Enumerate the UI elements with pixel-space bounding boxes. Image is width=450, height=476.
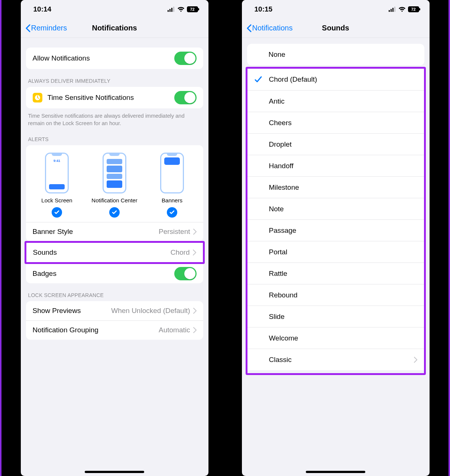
sound-option[interactable]: Rebound bbox=[247, 284, 424, 306]
sounds-list: Chord (Default)AnticCheersDropletHandoff… bbox=[247, 69, 424, 370]
sound-option[interactable]: Passage bbox=[247, 219, 424, 241]
sound-option-label: Handoff bbox=[269, 162, 417, 170]
chevron-right-icon bbox=[414, 357, 417, 363]
badges-row[interactable]: Badges bbox=[26, 264, 203, 283]
sound-option-label: Classic bbox=[269, 356, 414, 364]
svg-rect-8 bbox=[394, 7, 395, 12]
battery-icon: 72 bbox=[408, 6, 419, 12]
allow-notifications-row[interactable]: Allow Notifications bbox=[26, 48, 203, 69]
home-indicator[interactable] bbox=[85, 471, 144, 473]
status-time: 10:15 bbox=[255, 5, 273, 13]
sound-option-label: Rattle bbox=[269, 270, 417, 278]
sound-option[interactable]: Portal bbox=[247, 241, 424, 263]
nav-bar: Reminders Notifications bbox=[21, 19, 208, 38]
sound-option-label: Note bbox=[269, 205, 417, 213]
svg-rect-2 bbox=[171, 8, 172, 12]
svg-rect-1 bbox=[169, 9, 171, 12]
alert-option-notification-center[interactable]: Notification Center bbox=[87, 153, 142, 218]
sounds-row[interactable]: Sounds Chord bbox=[26, 243, 203, 262]
lock-screen-appearance-header: LOCK SCREEN APPEARANCE bbox=[21, 283, 208, 301]
sound-option-label: Rebound bbox=[269, 291, 417, 299]
chevron-right-icon bbox=[193, 308, 197, 314]
time-sensitive-row[interactable]: Time Sensitive Notifications bbox=[26, 87, 203, 108]
sound-option-label: Passage bbox=[269, 226, 417, 235]
page-title: Notifications bbox=[21, 24, 208, 32]
sound-option-label: Welcome bbox=[269, 334, 417, 342]
chevron-right-icon bbox=[193, 229, 197, 235]
sound-option[interactable]: Chord (Default) bbox=[247, 69, 424, 90]
svg-rect-7 bbox=[392, 8, 394, 12]
show-previews-label: Show Previews bbox=[33, 307, 111, 315]
alert-nc-label: Notification Center bbox=[91, 197, 137, 203]
sound-option[interactable]: Welcome bbox=[247, 327, 424, 349]
checkmark-slot bbox=[247, 75, 269, 84]
sound-option[interactable]: Droplet bbox=[247, 133, 424, 155]
sounds-list-highlight: Chord (Default)AnticCheersDropletHandoff… bbox=[246, 67, 426, 375]
sound-option-label: Portal bbox=[269, 248, 417, 256]
sound-option-label: Milestone bbox=[269, 183, 417, 192]
status-bar: 10:14 72 bbox=[21, 0, 208, 19]
always-deliver-header: ALWAYS DELIVER IMMEDIATELY bbox=[21, 69, 208, 87]
cellular-icon bbox=[168, 7, 175, 12]
time-sensitive-label: Time Sensitive Notifications bbox=[48, 94, 174, 102]
show-previews-value: When Unlocked (Default) bbox=[111, 307, 190, 315]
alerts-header: ALERTS bbox=[21, 127, 208, 145]
notification-grouping-row[interactable]: Notification Grouping Automatic bbox=[26, 320, 203, 340]
cellular-icon bbox=[389, 7, 396, 12]
wifi-icon bbox=[177, 7, 185, 12]
notification-grouping-label: Notification Grouping bbox=[33, 326, 159, 334]
svg-rect-3 bbox=[173, 7, 174, 12]
sound-option[interactable]: Slide bbox=[247, 306, 424, 327]
badges-label: Badges bbox=[33, 270, 174, 278]
sound-option-label: Antic bbox=[269, 97, 417, 105]
notification-grouping-value: Automatic bbox=[159, 326, 190, 334]
banner-style-label: Banner Style bbox=[33, 228, 159, 236]
home-indicator[interactable] bbox=[306, 471, 365, 473]
alert-option-banners[interactable]: Banners bbox=[144, 153, 200, 218]
sounds-row-highlight: Sounds Chord bbox=[25, 241, 205, 264]
sound-option-label: Droplet bbox=[269, 140, 417, 149]
allow-notifications-toggle[interactable] bbox=[174, 52, 197, 65]
lockscreen-preview-icon: 9:41 bbox=[45, 153, 69, 193]
sound-option[interactable]: Classic bbox=[247, 349, 424, 370]
banners-preview-icon bbox=[160, 153, 184, 193]
wifi-icon bbox=[398, 7, 406, 12]
chevron-right-icon bbox=[193, 250, 196, 255]
checkmark-icon bbox=[167, 207, 177, 218]
sound-option-none[interactable]: None bbox=[247, 44, 424, 65]
sound-option[interactable]: Rattle bbox=[247, 263, 424, 284]
nav-bar: Notifications Sounds bbox=[242, 19, 430, 38]
time-sensitive-footer: Time Sensitive notifications are always … bbox=[21, 108, 208, 127]
sounds-label: Sounds bbox=[33, 248, 171, 257]
sound-option[interactable]: Handoff bbox=[247, 155, 424, 176]
show-previews-row[interactable]: Show Previews When Unlocked (Default) bbox=[26, 301, 203, 320]
sound-option[interactable]: Note bbox=[247, 198, 424, 219]
allow-notifications-label: Allow Notifications bbox=[33, 54, 174, 62]
svg-rect-6 bbox=[391, 9, 392, 12]
svg-rect-0 bbox=[168, 10, 169, 12]
alerts-panel: 9:41 Lock Screen Notification Center bbox=[26, 145, 203, 222]
sound-option[interactable]: Antic bbox=[247, 90, 424, 112]
clock-icon bbox=[33, 93, 42, 102]
sound-option-label: None bbox=[269, 50, 285, 59]
status-icons: 72 bbox=[168, 6, 198, 12]
checkmark-icon bbox=[254, 75, 262, 84]
badges-toggle[interactable] bbox=[174, 267, 197, 280]
time-sensitive-toggle[interactable] bbox=[174, 91, 197, 104]
page-title: Sounds bbox=[242, 24, 430, 32]
checkmark-icon bbox=[109, 207, 120, 218]
notification-center-preview-icon bbox=[103, 153, 126, 193]
alert-option-lockscreen[interactable]: 9:41 Lock Screen bbox=[29, 153, 85, 218]
sound-option[interactable]: Cheers bbox=[247, 112, 424, 133]
sound-option-label: Slide bbox=[269, 313, 417, 321]
sound-option[interactable]: Milestone bbox=[247, 176, 424, 198]
banner-style-value: Persistent bbox=[159, 228, 190, 236]
svg-rect-5 bbox=[389, 10, 390, 12]
status-icons: 72 bbox=[389, 6, 419, 12]
alert-banners-label: Banners bbox=[162, 197, 182, 203]
notifications-settings-screen: 10:14 72 Reminders Notifications Allow N… bbox=[21, 0, 208, 476]
checkmark-icon bbox=[52, 207, 62, 218]
banner-style-row[interactable]: Banner Style Persistent bbox=[26, 222, 203, 241]
alert-lockscreen-label: Lock Screen bbox=[41, 197, 72, 203]
chevron-right-icon bbox=[193, 327, 197, 333]
